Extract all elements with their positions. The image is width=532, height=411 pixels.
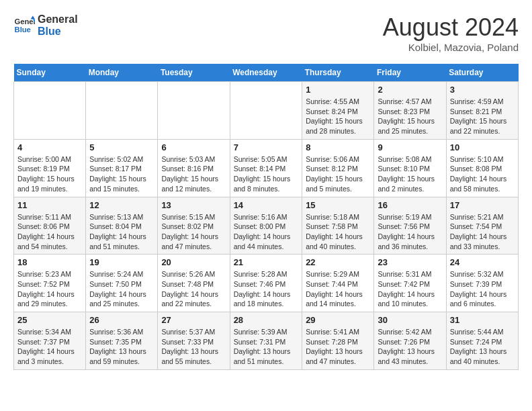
day-info: Sunrise: 5:11 AM Sunset: 8:06 PM Dayligh… bbox=[17, 212, 82, 252]
day-number: 31 bbox=[450, 315, 515, 325]
title-block: August 2024 Kolbiel, Mazovia, Poland bbox=[383, 13, 519, 53]
logo-icon: General Blue bbox=[13, 15, 35, 36]
day-number: 26 bbox=[89, 315, 154, 325]
day-number: 16 bbox=[378, 200, 442, 210]
svg-text:Blue: Blue bbox=[15, 25, 31, 33]
calendar-week-2: 4Sunrise: 5:00 AM Sunset: 8:19 PM Daylig… bbox=[14, 139, 519, 197]
day-number: 28 bbox=[234, 315, 299, 325]
logo-line1: General bbox=[38, 13, 78, 25]
day-info: Sunrise: 5:08 AM Sunset: 8:10 PM Dayligh… bbox=[378, 154, 442, 194]
weekday-header-thursday: Thursday bbox=[302, 64, 374, 82]
calendar-cell: 31Sunrise: 5:44 AM Sunset: 7:24 PM Dayli… bbox=[446, 312, 518, 370]
day-info: Sunrise: 5:39 AM Sunset: 7:31 PM Dayligh… bbox=[234, 327, 299, 367]
day-info: Sunrise: 5:28 AM Sunset: 7:46 PM Dayligh… bbox=[234, 269, 299, 309]
calendar-week-3: 11Sunrise: 5:11 AM Sunset: 8:06 PM Dayli… bbox=[14, 197, 519, 255]
calendar-cell: 12Sunrise: 5:13 AM Sunset: 8:04 PM Dayli… bbox=[86, 197, 158, 255]
day-info: Sunrise: 5:15 AM Sunset: 8:02 PM Dayligh… bbox=[161, 212, 226, 252]
calendar-table: SundayMondayTuesdayWednesdayThursdayFrid… bbox=[13, 64, 519, 370]
day-number: 25 bbox=[17, 315, 82, 325]
calendar-cell: 26Sunrise: 5:36 AM Sunset: 7:35 PM Dayli… bbox=[86, 312, 158, 370]
month-title: August 2024 bbox=[383, 13, 519, 42]
day-info: Sunrise: 5:24 AM Sunset: 7:50 PM Dayligh… bbox=[89, 269, 154, 309]
day-number: 7 bbox=[234, 142, 299, 152]
calendar-cell: 7Sunrise: 5:05 AM Sunset: 8:14 PM Daylig… bbox=[230, 139, 302, 197]
weekday-header-tuesday: Tuesday bbox=[158, 64, 230, 82]
day-number: 11 bbox=[17, 200, 82, 210]
day-number: 29 bbox=[306, 315, 370, 325]
day-info: Sunrise: 5:18 AM Sunset: 7:58 PM Dayligh… bbox=[306, 212, 370, 252]
day-number: 4 bbox=[17, 142, 82, 152]
calendar-cell: 28Sunrise: 5:39 AM Sunset: 7:31 PM Dayli… bbox=[230, 312, 302, 370]
calendar-cell: 15Sunrise: 5:18 AM Sunset: 7:58 PM Dayli… bbox=[302, 197, 374, 255]
calendar-cell: 18Sunrise: 5:23 AM Sunset: 7:52 PM Dayli… bbox=[14, 255, 86, 312]
weekday-header-monday: Monday bbox=[86, 64, 158, 82]
calendar-cell: 17Sunrise: 5:21 AM Sunset: 7:54 PM Dayli… bbox=[446, 197, 518, 255]
day-info: Sunrise: 5:03 AM Sunset: 8:16 PM Dayligh… bbox=[161, 154, 226, 194]
calendar-cell: 3Sunrise: 4:59 AM Sunset: 8:21 PM Daylig… bbox=[446, 82, 518, 140]
weekday-header-row: SundayMondayTuesdayWednesdayThursdayFrid… bbox=[14, 64, 519, 82]
calendar-cell: 29Sunrise: 5:41 AM Sunset: 7:28 PM Dayli… bbox=[302, 312, 374, 370]
day-number: 21 bbox=[234, 257, 299, 267]
day-info: Sunrise: 5:21 AM Sunset: 7:54 PM Dayligh… bbox=[450, 212, 515, 252]
day-info: Sunrise: 5:34 AM Sunset: 7:37 PM Dayligh… bbox=[17, 327, 82, 367]
day-number: 10 bbox=[450, 142, 515, 152]
day-number: 19 bbox=[89, 257, 154, 267]
day-number: 14 bbox=[234, 200, 299, 210]
day-number: 18 bbox=[17, 257, 82, 267]
day-info: Sunrise: 4:59 AM Sunset: 8:21 PM Dayligh… bbox=[450, 97, 515, 136]
calendar-cell bbox=[230, 82, 302, 140]
day-number: 2 bbox=[378, 85, 442, 95]
calendar-cell: 5Sunrise: 5:02 AM Sunset: 8:17 PM Daylig… bbox=[86, 139, 158, 197]
day-number: 17 bbox=[450, 200, 515, 210]
calendar-cell: 2Sunrise: 4:57 AM Sunset: 8:23 PM Daylig… bbox=[374, 82, 446, 140]
day-number: 24 bbox=[450, 257, 515, 267]
weekday-header-sunday: Sunday bbox=[14, 64, 86, 82]
calendar-cell: 10Sunrise: 5:10 AM Sunset: 8:08 PM Dayli… bbox=[446, 139, 518, 197]
calendar-cell: 21Sunrise: 5:28 AM Sunset: 7:46 PM Dayli… bbox=[230, 255, 302, 312]
day-info: Sunrise: 5:23 AM Sunset: 7:52 PM Dayligh… bbox=[17, 269, 82, 309]
day-info: Sunrise: 5:37 AM Sunset: 7:33 PM Dayligh… bbox=[161, 327, 226, 367]
day-info: Sunrise: 5:26 AM Sunset: 7:48 PM Dayligh… bbox=[161, 269, 226, 309]
day-info: Sunrise: 5:44 AM Sunset: 7:24 PM Dayligh… bbox=[450, 327, 515, 367]
day-info: Sunrise: 5:42 AM Sunset: 7:26 PM Dayligh… bbox=[378, 327, 442, 367]
day-number: 20 bbox=[161, 257, 226, 267]
day-number: 30 bbox=[378, 315, 442, 325]
day-info: Sunrise: 5:41 AM Sunset: 7:28 PM Dayligh… bbox=[306, 327, 370, 367]
day-info: Sunrise: 5:00 AM Sunset: 8:19 PM Dayligh… bbox=[17, 154, 82, 194]
calendar-cell: 30Sunrise: 5:42 AM Sunset: 7:26 PM Dayli… bbox=[374, 312, 446, 370]
day-number: 13 bbox=[161, 200, 226, 210]
day-info: Sunrise: 5:06 AM Sunset: 8:12 PM Dayligh… bbox=[306, 154, 370, 194]
day-number: 9 bbox=[378, 142, 442, 152]
day-info: Sunrise: 5:29 AM Sunset: 7:44 PM Dayligh… bbox=[306, 269, 370, 309]
calendar-cell: 9Sunrise: 5:08 AM Sunset: 8:10 PM Daylig… bbox=[374, 139, 446, 197]
calendar-cell: 25Sunrise: 5:34 AM Sunset: 7:37 PM Dayli… bbox=[14, 312, 86, 370]
calendar-cell: 20Sunrise: 5:26 AM Sunset: 7:48 PM Dayli… bbox=[158, 255, 230, 312]
calendar-cell: 14Sunrise: 5:16 AM Sunset: 8:00 PM Dayli… bbox=[230, 197, 302, 255]
day-info: Sunrise: 5:10 AM Sunset: 8:08 PM Dayligh… bbox=[450, 154, 515, 194]
calendar-week-1: 1Sunrise: 4:55 AM Sunset: 8:24 PM Daylig… bbox=[14, 82, 519, 140]
calendar-cell: 24Sunrise: 5:32 AM Sunset: 7:39 PM Dayli… bbox=[446, 255, 518, 312]
day-number: 23 bbox=[378, 257, 442, 267]
weekday-header-wednesday: Wednesday bbox=[230, 64, 302, 82]
calendar-week-4: 18Sunrise: 5:23 AM Sunset: 7:52 PM Dayli… bbox=[14, 255, 519, 312]
calendar-cell: 6Sunrise: 5:03 AM Sunset: 8:16 PM Daylig… bbox=[158, 139, 230, 197]
day-info: Sunrise: 5:16 AM Sunset: 8:00 PM Dayligh… bbox=[234, 212, 299, 252]
calendar-cell: 19Sunrise: 5:24 AM Sunset: 7:50 PM Dayli… bbox=[86, 255, 158, 312]
weekday-header-friday: Friday bbox=[374, 64, 446, 82]
calendar-cell: 27Sunrise: 5:37 AM Sunset: 7:33 PM Dayli… bbox=[158, 312, 230, 370]
location-subtitle: Kolbiel, Mazovia, Poland bbox=[383, 42, 519, 53]
calendar-cell bbox=[158, 82, 230, 140]
day-info: Sunrise: 5:19 AM Sunset: 7:56 PM Dayligh… bbox=[378, 212, 442, 252]
day-number: 1 bbox=[306, 85, 370, 95]
day-info: Sunrise: 5:05 AM Sunset: 8:14 PM Dayligh… bbox=[234, 154, 299, 194]
day-info: Sunrise: 5:32 AM Sunset: 7:39 PM Dayligh… bbox=[450, 269, 515, 309]
day-number: 6 bbox=[161, 142, 226, 152]
day-info: Sunrise: 4:57 AM Sunset: 8:23 PM Dayligh… bbox=[378, 97, 442, 136]
logo-line2: Blue bbox=[38, 26, 61, 37]
weekday-header-saturday: Saturday bbox=[446, 64, 518, 82]
calendar-cell: 13Sunrise: 5:15 AM Sunset: 8:02 PM Dayli… bbox=[158, 197, 230, 255]
calendar-week-5: 25Sunrise: 5:34 AM Sunset: 7:37 PM Dayli… bbox=[14, 312, 519, 370]
calendar-cell: 16Sunrise: 5:19 AM Sunset: 7:56 PM Dayli… bbox=[374, 197, 446, 255]
day-number: 15 bbox=[306, 200, 370, 210]
calendar-cell bbox=[86, 82, 158, 140]
